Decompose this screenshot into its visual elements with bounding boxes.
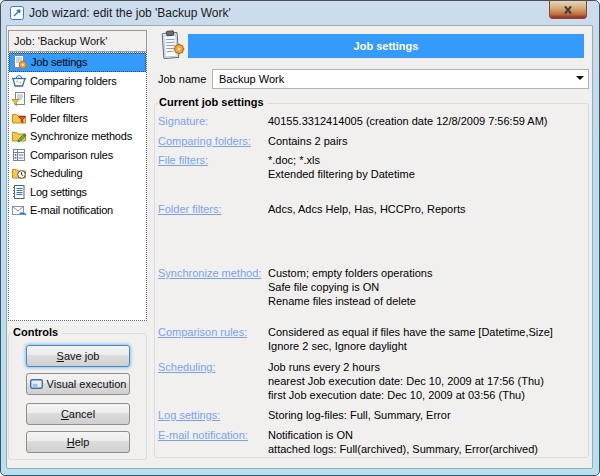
clipboard-icon bbox=[155, 30, 187, 62]
setting-value-folder-filters: Adcs, Adcs Help, Has, HCCPro, Reports bbox=[268, 202, 465, 216]
sidebar-item-label: Comparing folders bbox=[30, 75, 116, 87]
setting-row-comparison-rules: Comparison rules:Considered as equal if … bbox=[155, 325, 588, 353]
job-name-combobox[interactable]: Backup Work bbox=[212, 69, 589, 89]
sidebar-item-scheduling[interactable]: Scheduling bbox=[9, 164, 146, 183]
setting-label-scheduling[interactable]: Scheduling: bbox=[158, 360, 268, 402]
setting-value-file-filters: *.doc; *.xlsExtended filtering by Dateti… bbox=[268, 153, 415, 181]
job-name-label: Job name bbox=[158, 73, 206, 85]
sidebar-item-label: File filters bbox=[30, 93, 75, 105]
controls-buttons: Save jobVisual executionCancelHelp bbox=[9, 334, 146, 459]
setting-value-e-mail-notification: Notification is ONattached logs: Full(ar… bbox=[268, 428, 538, 456]
job-settings-icon bbox=[12, 54, 28, 70]
setting-label-folder-filters[interactable]: Folder filters: bbox=[158, 202, 268, 216]
window-title: Job wizard: edit the job 'Backup Work' bbox=[29, 6, 231, 20]
sidebar-item-file-filters[interactable]: File filters bbox=[9, 90, 146, 109]
sidebar-item-comparing-folders[interactable]: Comparing folders bbox=[9, 72, 146, 91]
sidebar-item-label: Folder filters bbox=[30, 112, 88, 124]
synchronize-methods-icon bbox=[11, 128, 27, 144]
sidebar-item-synchronize-methods[interactable]: Synchronize methods bbox=[9, 127, 146, 146]
setting-value-scheduling: Job runs every 2 hoursnearest Job execut… bbox=[268, 360, 544, 402]
sidebar-item-label: E-mail notification bbox=[30, 204, 113, 216]
controls-group: Controls Save jobVisual executionCancelH… bbox=[8, 333, 147, 460]
button-label: Visual execution bbox=[47, 378, 127, 390]
setting-label-comparing-folders[interactable]: Comparing folders: bbox=[158, 134, 268, 148]
setting-row-file-filters: File filters:*.doc; *.xlsExtended filter… bbox=[155, 153, 588, 181]
job-sections-list: Job settingsComparing foldersFile filter… bbox=[8, 52, 147, 321]
file-filters-icon bbox=[11, 91, 27, 107]
setting-row-e-mail-notification: E-mail notification:Notification is ONat… bbox=[155, 428, 588, 456]
combo-dropdown-icon[interactable] bbox=[576, 76, 584, 80]
setting-label-synchronize-method[interactable]: Synchronize method: bbox=[158, 266, 268, 308]
comparing-folders-icon bbox=[11, 73, 27, 89]
job-wizard-window: Job wizard: edit the job 'Backup Work' J… bbox=[0, 0, 600, 476]
setting-label-e-mail-notification[interactable]: E-mail notification: bbox=[158, 428, 268, 456]
setting-label-comparison-rules[interactable]: Comparison rules: bbox=[158, 325, 268, 353]
job-name-header: Job: 'Backup Work' bbox=[8, 30, 147, 52]
folder-filters-icon bbox=[11, 110, 27, 126]
sidebar-item-comparison-rules[interactable]: Comparison rules bbox=[9, 146, 146, 165]
sidebar-item-label: Job settings bbox=[31, 56, 87, 68]
log-settings-icon bbox=[11, 184, 27, 200]
setting-value-log-settings: Storing log-files: Full, Summary, Error bbox=[268, 408, 451, 422]
close-x-icon bbox=[560, 4, 576, 16]
job-name-value: Backup Work bbox=[219, 73, 284, 85]
sidebar-item-e-mail-notification[interactable]: E-mail notification bbox=[9, 201, 146, 220]
button-label: Help bbox=[67, 436, 90, 448]
sidebar-item-folder-filters[interactable]: Folder filters bbox=[9, 109, 146, 128]
setting-value-comparing-folders: Contains 2 pairs bbox=[268, 134, 348, 148]
visual-execution-button[interactable]: Visual execution bbox=[26, 373, 130, 395]
sidebar-item-log-settings[interactable]: Log settings bbox=[9, 183, 146, 202]
setting-value-comparison-rules: Considered as equal if files have the sa… bbox=[268, 325, 553, 353]
setting-label-file-filters[interactable]: File filters: bbox=[158, 153, 268, 181]
setting-row-log-settings: Log settings:Storing log-files: Full, Su… bbox=[155, 408, 588, 422]
dialog-client-area: Job: 'Backup Work' Job settingsComparing… bbox=[6, 25, 593, 469]
comparison-rules-icon bbox=[11, 147, 27, 163]
save-job-button[interactable]: Save job bbox=[26, 345, 130, 367]
window-edit-icon bbox=[10, 6, 24, 20]
setting-label-log-settings[interactable]: Log settings: bbox=[158, 408, 268, 422]
sidebar-item-label: Log settings bbox=[30, 186, 87, 198]
setting-value-synchronize-method: Custom; empty folders operationsSafe fil… bbox=[268, 266, 432, 308]
sidebar-item-label: Scheduling bbox=[30, 167, 82, 179]
sidebar-item-job-settings[interactable]: Job settings bbox=[9, 53, 146, 72]
section-banner: Job settings bbox=[188, 34, 584, 58]
help-button[interactable]: Help bbox=[26, 431, 130, 453]
close-button[interactable] bbox=[549, 1, 587, 19]
section-banner-label: Job settings bbox=[354, 40, 419, 52]
button-label: Cancel bbox=[61, 408, 95, 420]
cancel-button[interactable]: Cancel bbox=[26, 403, 130, 425]
button-label: Save job bbox=[57, 350, 100, 362]
setting-value-signature: 40155.3312414005 (creation date 12/8/200… bbox=[268, 114, 548, 128]
setting-row-signature: Signature:40155.3312414005 (creation dat… bbox=[155, 114, 588, 128]
setting-label-signature: Signature: bbox=[158, 114, 268, 128]
setting-row-comparing-folders: Comparing folders:Contains 2 pairs bbox=[155, 134, 588, 148]
setting-row-synchronize-method: Synchronize method:Custom; empty folders… bbox=[155, 266, 588, 308]
visual-execution-icon bbox=[30, 379, 43, 389]
sidebar-item-label: Comparison rules bbox=[30, 149, 113, 161]
scheduling-icon bbox=[11, 165, 27, 181]
settings-rows: Signature:40155.3312414005 (creation dat… bbox=[155, 104, 588, 456]
setting-row-folder-filters: Folder filters:Adcs, Adcs Help, Has, HCC… bbox=[155, 202, 588, 216]
current-job-settings-group: Current job settings Signature:40155.331… bbox=[154, 103, 589, 458]
setting-row-scheduling: Scheduling:Job runs every 2 hoursnearest… bbox=[155, 360, 588, 402]
email-notification-icon bbox=[11, 202, 27, 218]
sidebar-item-label: Synchronize methods bbox=[30, 130, 132, 142]
